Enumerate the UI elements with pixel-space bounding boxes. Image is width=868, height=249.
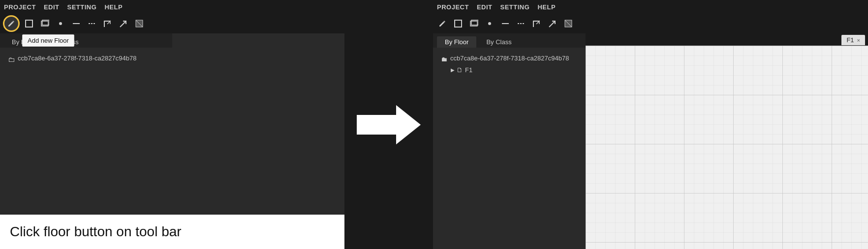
right-toolbar-pencil-icon[interactable] bbox=[436, 17, 449, 30]
svg-point-13 bbox=[488, 22, 491, 25]
svg-line-6 bbox=[120, 21, 126, 27]
right-sidebar-content: 🖿 ccb7ca8e-6a37-278f-7318-ca2827c94b78 ▶… bbox=[433, 48, 586, 249]
bottom-instruction: Click floor button on tool bar bbox=[0, 215, 344, 249]
right-tab-bar: F1 × bbox=[586, 33, 868, 46]
right-tab-by-floor[interactable]: By Floor bbox=[437, 36, 476, 48]
toolbar-line-icon[interactable] bbox=[70, 17, 83, 30]
right-toolbar-line-icon[interactable] bbox=[499, 17, 512, 30]
left-menu-edit[interactable]: EDIT bbox=[44, 3, 60, 11]
left-menu-help[interactable]: HELP bbox=[104, 3, 123, 11]
grid-canvas bbox=[586, 46, 868, 249]
transition-arrow bbox=[349, 105, 428, 144]
right-toolbar-dot-icon[interactable] bbox=[483, 17, 496, 30]
svg-marker-9 bbox=[357, 105, 421, 144]
toolbar-layers-icon[interactable] bbox=[38, 17, 51, 30]
right-tree-project: 🖿 ccb7ca8e-6a37-278f-7318-ca2827c94b78 bbox=[441, 54, 578, 64]
right-floor-icon: 🗋 bbox=[457, 66, 463, 74]
toolbar-square-icon[interactable] bbox=[23, 17, 35, 30]
right-sidebar-tabs: By Floor By Class bbox=[433, 33, 586, 48]
toolbar-corner-icon[interactable] bbox=[101, 17, 114, 30]
right-toolbar-square-icon[interactable] bbox=[452, 17, 465, 30]
f1-tab-label: F1 bbox=[846, 36, 854, 44]
right-folder-icon: 🖿 bbox=[441, 55, 447, 64]
right-project-id: ccb7ca8e-6a37-278f-7318-ca2827c94b78 bbox=[450, 54, 569, 63]
right-floor-chevron: ▶ bbox=[451, 67, 455, 73]
right-tree-floor[interactable]: ▶ 🗋 F1 bbox=[451, 66, 578, 74]
right-toolbar-corner-icon[interactable] bbox=[530, 17, 543, 30]
left-toolbar: Add new Floor bbox=[0, 14, 344, 33]
left-project-id: ccb7ca8e-6a37-278f-7318-ca2827c94b78 bbox=[18, 54, 136, 63]
toolbar-block-icon[interactable] bbox=[133, 17, 146, 30]
svg-rect-20 bbox=[586, 46, 868, 249]
right-menu-setting[interactable]: SETTING bbox=[500, 3, 530, 11]
right-menu-edit[interactable]: EDIT bbox=[477, 3, 493, 11]
add-floor-tooltip: Add new Floor bbox=[22, 34, 74, 47]
left-menu-bar: PROJECT EDIT SETTING HELP bbox=[0, 0, 344, 14]
f1-tab-close[interactable]: × bbox=[857, 37, 860, 43]
left-panel: PROJECT EDIT SETTING HELP Add new Floor bbox=[0, 0, 344, 249]
f1-tab[interactable]: F1 × bbox=[841, 35, 865, 45]
right-panel: PROJECT EDIT SETTING HELP bbox=[433, 0, 868, 249]
right-menu-help[interactable]: HELP bbox=[537, 3, 556, 11]
svg-line-16 bbox=[549, 21, 555, 27]
right-toolbar-layers-icon[interactable] bbox=[467, 17, 480, 30]
right-toolbar-block-icon[interactable] bbox=[562, 17, 575, 30]
right-menu-bar: PROJECT EDIT SETTING HELP bbox=[433, 0, 868, 14]
right-toolbar-arrow-diag-icon[interactable] bbox=[546, 17, 559, 30]
floor-tool-button[interactable]: Add new Floor bbox=[3, 15, 20, 32]
right-main-area: By Floor By Class 🖿 ccb7ca8e-6a37-278f-7… bbox=[433, 33, 868, 249]
right-toolbar bbox=[433, 14, 868, 33]
right-canvas-area: F1 × bbox=[586, 33, 868, 249]
svg-point-3 bbox=[59, 22, 62, 25]
toolbar-dot-icon[interactable] bbox=[54, 17, 67, 30]
left-menu-setting[interactable]: SETTING bbox=[67, 3, 97, 11]
toolbar-arrow-diag-icon[interactable] bbox=[117, 17, 130, 30]
right-tab-by-class[interactable]: By Class bbox=[478, 36, 519, 48]
right-toolbar-dashed-icon[interactable] bbox=[515, 17, 527, 30]
toolbar-dashed-icon[interactable] bbox=[86, 17, 98, 30]
folder-icon: 🗀 bbox=[8, 55, 15, 65]
right-floor-label: F1 bbox=[465, 66, 472, 74]
right-menu-project[interactable]: PROJECT bbox=[437, 3, 469, 11]
right-sidebar: By Floor By Class 🖿 ccb7ca8e-6a37-278f-7… bbox=[433, 33, 586, 249]
left-tree-project: 🗀 ccb7ca8e-6a37-278f-7318-ca2827c94b78 bbox=[8, 54, 164, 65]
svg-rect-0 bbox=[26, 20, 32, 27]
left-menu-project[interactable]: PROJECT bbox=[4, 3, 36, 11]
svg-rect-10 bbox=[455, 20, 462, 27]
